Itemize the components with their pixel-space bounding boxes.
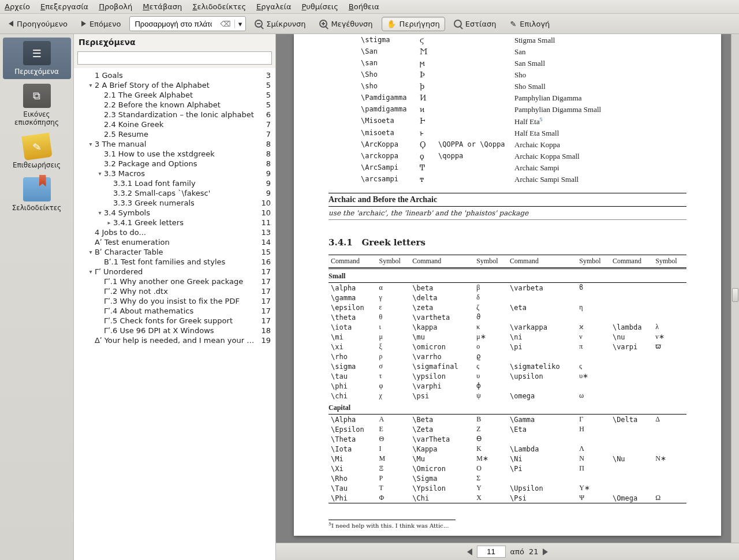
nav-prev-button[interactable] bbox=[467, 548, 472, 555]
zoom-in-label: Μεγέθυνση bbox=[331, 20, 372, 28]
select-icon: ✎ bbox=[510, 20, 516, 28]
prev-label: Προηγούμενο bbox=[17, 20, 68, 28]
menu-item[interactable]: Ρυθμίσεις bbox=[302, 2, 338, 11]
toc-item[interactable]: Αʹ Test enumeration14 bbox=[75, 237, 271, 247]
sidebar-thumb-label: Εικόνες επισκόπησης bbox=[14, 110, 59, 126]
toc-panel: Περιεχόμενα 1 Goals3▾2 A Brief Story of … bbox=[74, 34, 276, 560]
chevron-down-icon[interactable]: ▾ bbox=[234, 20, 246, 28]
toc-item[interactable]: 2.1 The Greek Alphabet5 bbox=[75, 90, 271, 100]
browse-label: Περιήγηση bbox=[400, 20, 440, 28]
toc-item[interactable]: 3.3.1 Load font family9 bbox=[75, 178, 271, 188]
zoom-out-button[interactable]: Σμίκρυνση bbox=[249, 17, 311, 31]
sidebar-reviews-label: Επιθεωρήσεις bbox=[13, 161, 61, 169]
page-total: 21 bbox=[529, 547, 539, 556]
page: \stigmaϛStigma Small\SanϺSan\sanϻSan Sma… bbox=[294, 34, 721, 536]
prev-button[interactable]: Προηγούμενο bbox=[3, 17, 73, 31]
toc-item[interactable]: 2.4 Koine Greek7 bbox=[75, 120, 271, 129]
next-label: Επόμενο bbox=[89, 20, 121, 28]
toc-title: Περιεχόμενα bbox=[74, 34, 275, 50]
footnote: 5I need help with this. I think was Atti… bbox=[329, 521, 686, 529]
menu-item[interactable]: Εργαλεία bbox=[256, 2, 291, 11]
next-button[interactable]: Επόμενο bbox=[76, 17, 126, 31]
toc-item[interactable]: ▾Βʹ Character Table15 bbox=[75, 247, 271, 257]
toc-item[interactable]: Γʹ.2 Why not .dtx17 bbox=[75, 286, 271, 296]
toc-item[interactable]: 1 Goals3 bbox=[75, 70, 271, 80]
bookmark-icon bbox=[23, 177, 51, 201]
toc-item[interactable]: ▾3.3 Macros9 bbox=[75, 169, 271, 178]
toc-tree[interactable]: 1 Goals3▾2 A Brief Story of the Alphabet… bbox=[74, 68, 275, 560]
menu-item[interactable]: Μετάβαση bbox=[143, 2, 182, 11]
toc-item[interactable]: 2.3 Standardization – the Ionic alphabet… bbox=[75, 110, 271, 120]
toc-search-input[interactable] bbox=[77, 51, 272, 65]
expand-icon[interactable]: ▸ bbox=[105, 219, 113, 226]
toc-item[interactable]: Γʹ.5 Check fonts for Greek support17 bbox=[75, 316, 271, 326]
expand-icon[interactable]: ▾ bbox=[87, 249, 95, 255]
toc-item[interactable]: ▾3.4 Symbols10 bbox=[75, 208, 271, 218]
toc-item[interactable]: ▾3 The manual8 bbox=[75, 139, 271, 149]
arrow-left-icon bbox=[9, 21, 13, 27]
select-label: Επιλογή bbox=[520, 20, 550, 28]
focus-mode-button[interactable]: Εστίαση bbox=[449, 17, 502, 31]
toc-item[interactable]: 3.3.3 Greek numerals10 bbox=[75, 198, 271, 208]
arrow-right-icon bbox=[81, 21, 86, 27]
toc-item[interactable]: 2.5 Resume7 bbox=[75, 129, 271, 139]
select-mode-button[interactable]: ✎Επιλογή bbox=[505, 17, 555, 31]
sidebar-bm-label: Σελιδοδείκτες bbox=[12, 204, 62, 212]
zoom-mode-combo[interactable]: ⌫ ▾ bbox=[129, 16, 246, 31]
focus-label: Εστίαση bbox=[465, 20, 497, 28]
zoom-mode-input[interactable] bbox=[130, 20, 217, 28]
toc-item[interactable]: 2.2 Before the known Alphabet5 bbox=[75, 100, 271, 110]
zoom-in-button[interactable]: Μεγέθυνση bbox=[314, 17, 378, 31]
toc-item[interactable]: 3.2 Package and Options8 bbox=[75, 159, 271, 169]
expand-icon[interactable]: ▾ bbox=[87, 82, 95, 88]
toc-item[interactable]: Βʹ.1 Test font families and styles16 bbox=[75, 257, 271, 267]
toc-item[interactable]: 3.3.2 Small-caps `\fakesc'9 bbox=[75, 188, 271, 198]
archaic-heading: Archaic and Before the Archaic bbox=[329, 193, 686, 207]
vertical-scrollbar[interactable] bbox=[731, 34, 739, 543]
expand-icon[interactable]: ▾ bbox=[96, 210, 104, 216]
toc-item[interactable]: 3.1 How to use the xstdgreek8 bbox=[75, 149, 271, 159]
toc-item[interactable]: Γʹ.6 Use 96 DPI at X Windows18 bbox=[75, 326, 271, 335]
statusbar: από 21 bbox=[276, 543, 739, 560]
menubar[interactable]: ΑρχείοΕπεξεργασίαΠροβολήΜετάβασηΣελιδοδε… bbox=[0, 0, 739, 14]
thumbnails-icon: ⧉ bbox=[23, 84, 51, 108]
menu-item[interactable]: Βοήθεια bbox=[349, 2, 379, 11]
toc-icon: ☰ bbox=[23, 41, 51, 65]
toc-item[interactable]: Γʹ.3 Why do you insist to fix the PDF17 bbox=[75, 296, 271, 306]
nav-next-button[interactable] bbox=[543, 548, 548, 555]
toc-item[interactable]: 4 Jobs to do...13 bbox=[75, 227, 271, 237]
sidebar-item-bookmarks[interactable]: Σελιδοδείκτες bbox=[3, 174, 71, 215]
toc-item[interactable]: Γʹ.1 Why another one Greek package17 bbox=[75, 277, 271, 286]
pencil-icon: ✎ bbox=[21, 133, 52, 160]
expand-icon[interactable]: ▾ bbox=[87, 141, 95, 147]
menu-item[interactable]: Αρχείο bbox=[5, 2, 30, 11]
sidebar-item-contents[interactable]: ☰Περιεχόμενα bbox=[3, 38, 71, 79]
menu-item[interactable]: Σελιδοδείκτες bbox=[192, 2, 246, 11]
toc-item[interactable]: ▸3.4.1 Greek letters11 bbox=[75, 218, 271, 227]
clear-icon[interactable]: ⌫ bbox=[217, 20, 234, 28]
section-heading-3-4-1: 3.4.1 Greek letters bbox=[329, 237, 686, 248]
expand-icon[interactable]: ▾ bbox=[87, 268, 95, 275]
menu-item[interactable]: Προβολή bbox=[99, 2, 132, 11]
toc-item[interactable]: ▾2 A Brief Story of the Alphabet5 bbox=[75, 80, 271, 90]
toc-item[interactable]: Γʹ.4 About mathematics17 bbox=[75, 306, 271, 316]
toc-item[interactable]: Δʹ Your help is needed, and I mean your … bbox=[75, 335, 271, 345]
menu-item[interactable]: Επεξεργασία bbox=[40, 2, 88, 11]
page-input[interactable] bbox=[477, 546, 506, 558]
scrollbar-thumb[interactable] bbox=[732, 288, 738, 302]
magnify-icon bbox=[454, 20, 462, 28]
expand-icon[interactable]: ▾ bbox=[96, 170, 104, 177]
archaic-table: \stigmaϛStigma Small\SanϺSan\sanϻSan Sma… bbox=[357, 34, 635, 186]
sidebar-contents-label: Περιεχόμενα bbox=[14, 68, 59, 76]
zoom-out-icon bbox=[255, 20, 263, 28]
sidebar: ☰Περιεχόμενα ⧉Εικόνες επισκόπησης ✎Επιθε… bbox=[0, 34, 74, 560]
sidebar-item-reviews[interactable]: ✎Επιθεωρήσεις bbox=[3, 131, 71, 173]
browse-mode-button[interactable]: ✋Περιήγηση bbox=[382, 17, 445, 31]
footnote-rule bbox=[329, 520, 456, 520]
page-of-label: από bbox=[510, 547, 524, 556]
toolbar: Προηγούμενο Επόμενο ⌫ ▾ Σμίκρυνση Μεγέθυ… bbox=[0, 14, 739, 34]
toc-item[interactable]: ▾Γʹ Unordered17 bbox=[75, 267, 271, 277]
document-scroll[interactable]: \stigmaϛStigma Small\SanϺSan\sanϻSan Sma… bbox=[276, 34, 739, 543]
document-area: \stigmaϛStigma Small\SanϺSan\sanϻSan Sma… bbox=[276, 34, 739, 560]
sidebar-item-thumbnails[interactable]: ⧉Εικόνες επισκόπησης bbox=[3, 80, 71, 130]
